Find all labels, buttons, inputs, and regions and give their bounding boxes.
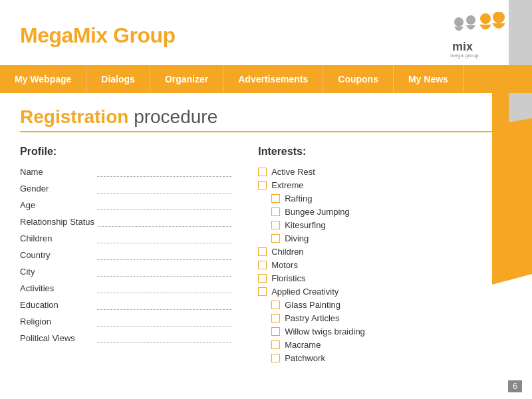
interest-willow[interactable]: Willow twigs braiding [271,327,512,336]
checkbox-willow[interactable] [271,327,280,336]
page-heading: Registration procedure [20,106,512,128]
interests-section-title: Interests: [258,146,512,158]
field-activities-label: Activities [20,283,93,293]
interest-macrame-label: Macrame [285,340,321,350]
field-children-label: Children [20,233,93,243]
interest-rafting[interactable]: Rafting [271,194,512,203]
interest-active-rest-label: Active Rest [271,167,315,177]
checkbox-motors[interactable] [258,261,267,269]
nav-my-news[interactable]: My News [394,65,464,93]
checkbox-rafting[interactable] [271,194,280,203]
heading-normal: procedure [128,106,217,127]
interest-applied-creativity[interactable]: Applied Creativity [258,287,512,297]
interest-children[interactable]: Children [258,247,512,257]
interest-pastry-label: Pastry Articles [285,313,339,323]
field-city-label: City [20,267,93,277]
field-age-label: Age [20,200,93,210]
interest-glass-painting[interactable]: Glass Painting [271,300,512,310]
checkbox-glass-painting[interactable] [271,301,280,309]
checkbox-bungee[interactable] [271,207,280,216]
checkbox-pastry[interactable] [271,314,280,323]
svg-point-1 [466,15,475,25]
svg-text:mix: mix [452,40,473,53]
svg-point-0 [454,17,464,27]
field-children: Children [20,233,231,243]
nav-organizer[interactable]: Organizer [150,65,223,93]
header: MegaMix Group mix mega group [0,0,532,65]
field-religion-dots [97,317,231,327]
interest-kitesurfing[interactable]: Kitesurfing [271,220,512,230]
checkbox-kitesurfing[interactable] [271,221,280,229]
field-relationship: Relationship Status [20,217,231,227]
checkbox-diving[interactable] [271,234,280,243]
field-political-dots [97,334,231,343]
interest-bungee-label: Bungee Jumping [285,207,350,217]
two-column-layout: Profile: Name Gender Age Relationship St… [20,146,512,366]
field-education: Education [20,300,231,310]
interest-patchwork-label: Patchwork [285,353,325,363]
field-children-dots [97,234,231,243]
checkbox-macrame[interactable] [271,340,280,349]
interests-column: Interests: Active Rest Extreme Rafting [258,146,512,366]
nav-coupons[interactable]: Coupons [323,65,394,93]
interest-willow-label: Willow twigs braiding [285,327,365,336]
field-country: Country [20,250,231,260]
interest-motors[interactable]: Motors [258,260,512,270]
svg-text:mega group: mega group [450,53,479,59]
field-city: City [20,267,231,277]
checkbox-active-rest[interactable] [258,168,267,176]
nav-my-webpage[interactable]: My Webpage [0,65,86,93]
field-relationship-dots [98,217,231,227]
field-political-label: Political Views [20,333,93,343]
interest-macrame[interactable]: Macrame [271,340,512,350]
field-activities-dots [97,284,231,293]
checkbox-children[interactable] [258,247,267,256]
field-gender-label: Gender [20,184,93,194]
field-activities: Activities [20,283,231,293]
field-name: Name [20,167,231,177]
checkbox-floristics[interactable] [258,274,267,283]
interest-patchwork[interactable]: Patchwork [271,353,512,363]
interest-glass-painting-label: Glass Painting [285,300,340,310]
field-country-label: Country [20,250,93,260]
field-religion: Religion [20,317,231,327]
logo-area: mix mega group [446,12,512,59]
field-name-dots [97,168,231,177]
interest-applied-creativity-label: Applied Creativity [271,287,338,297]
interest-floristics[interactable]: Floristics [258,273,512,283]
interest-diving-label: Diving [285,233,309,243]
nav-dialogs[interactable]: Dialogs [86,65,150,93]
interest-pastry[interactable]: Pastry Articles [271,313,512,323]
sub-applied-creativity: Glass Painting Pastry Articles Willow tw… [271,300,512,363]
field-gender: Gender [20,184,231,194]
field-gender-dots [97,184,231,194]
interest-active-rest[interactable]: Active Rest [258,167,512,177]
interest-extreme[interactable]: Extreme [258,180,512,190]
interest-diving[interactable]: Diving [271,233,512,243]
field-religion-label: Religion [20,317,93,327]
field-relationship-label: Relationship Status [20,217,94,227]
checkbox-extreme[interactable] [258,181,267,190]
interest-motors-label: Motors [271,260,298,270]
divider [20,131,512,132]
interest-floristics-label: Floristics [271,273,305,283]
navbar: My Webpage Dialogs Organizer Advertiseme… [0,65,532,93]
checkbox-applied-creativity[interactable] [258,287,267,296]
main-content: Registration procedure Profile: Name Gen… [0,93,532,373]
profile-section-title: Profile: [20,146,231,158]
field-age-dots [97,201,231,210]
field-country-dots [97,251,231,260]
field-political: Political Views [20,333,231,343]
sub-extreme: Rafting Bungee Jumping Kitesurfing Divin… [271,194,512,243]
logo-icon: mix mega group [446,12,512,59]
field-city-dots [97,267,231,277]
interest-bungee[interactable]: Bungee Jumping [271,207,512,217]
page-container: MegaMix Group mix mega group My Webpag [0,0,532,399]
heading-bold: Registration [20,106,128,127]
field-education-dots [97,301,231,310]
checkbox-patchwork[interactable] [271,354,280,362]
nav-advertisements[interactable]: Advertisements [223,65,323,93]
site-title: MegaMix Group [20,23,176,48]
svg-point-3 [493,12,505,23]
field-education-label: Education [20,300,93,310]
